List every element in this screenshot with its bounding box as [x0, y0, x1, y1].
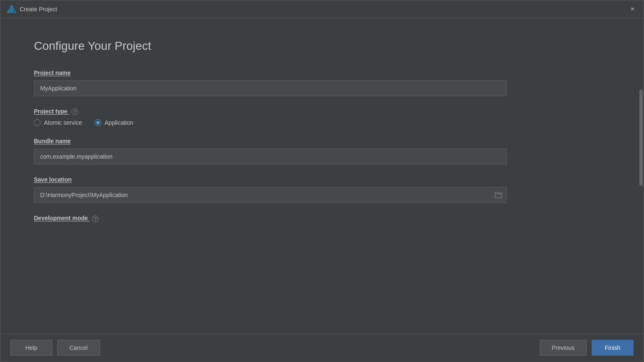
dialog-title: Create Project: [20, 6, 57, 13]
scrollbar[interactable]: [639, 18, 644, 334]
project-name-input[interactable]: [34, 80, 507, 96]
bottom-left-buttons: Help Cancel: [10, 340, 100, 356]
scrollbar-thumb[interactable]: [639, 90, 643, 186]
main-panel: Configure Your Project Project name Proj…: [0, 18, 639, 334]
cancel-button[interactable]: Cancel: [57, 340, 100, 356]
development-mode-group: Development mode ?: [34, 215, 605, 222]
content-area: Configure Your Project Project name Proj…: [0, 18, 644, 334]
previous-button[interactable]: Previous: [540, 340, 587, 356]
project-name-group: Project name: [34, 69, 605, 96]
project-name-label: Project name: [34, 69, 605, 76]
folder-icon: [495, 192, 502, 198]
radio-application-circle: [95, 119, 101, 126]
page-title: Configure Your Project: [34, 39, 605, 53]
development-mode-help-icon[interactable]: ?: [92, 216, 99, 222]
save-location-input-wrapper: [34, 187, 507, 203]
project-type-group: Project type ? Atomic service Applicatio…: [34, 108, 605, 126]
app-logo: [7, 5, 16, 14]
save-location-group: Save location: [34, 176, 605, 203]
close-button[interactable]: ×: [628, 5, 637, 13]
help-button[interactable]: Help: [10, 340, 52, 356]
browse-folder-button[interactable]: [490, 187, 507, 203]
bottom-right-buttons: Previous Finish: [540, 340, 634, 356]
bottom-bar: Help Cancel Previous Finish: [0, 334, 644, 362]
project-type-radio-group: Atomic service Application: [34, 119, 605, 126]
save-location-label: Save location: [34, 176, 605, 183]
radio-atomic-service[interactable]: Atomic service: [34, 119, 82, 126]
radio-application-label: Application: [105, 119, 133, 126]
project-type-help-icon[interactable]: ?: [72, 108, 78, 115]
bundle-name-label: Bundle name: [34, 138, 605, 144]
bundle-name-input[interactable]: [34, 149, 507, 164]
save-location-input[interactable]: [34, 187, 507, 203]
radio-application[interactable]: Application: [95, 119, 133, 126]
create-project-dialog: Create Project × Configure Your Project …: [0, 0, 644, 362]
project-type-label: Project type ?: [34, 108, 605, 115]
bundle-name-group: Bundle name: [34, 138, 605, 164]
title-bar: Create Project ×: [0, 0, 644, 18]
title-bar-left: Create Project: [7, 5, 57, 14]
radio-atomic-circle: [34, 119, 41, 126]
radio-atomic-label: Atomic service: [44, 119, 82, 126]
development-mode-label: Development mode ?: [34, 215, 605, 222]
finish-button[interactable]: Finish: [592, 340, 634, 356]
